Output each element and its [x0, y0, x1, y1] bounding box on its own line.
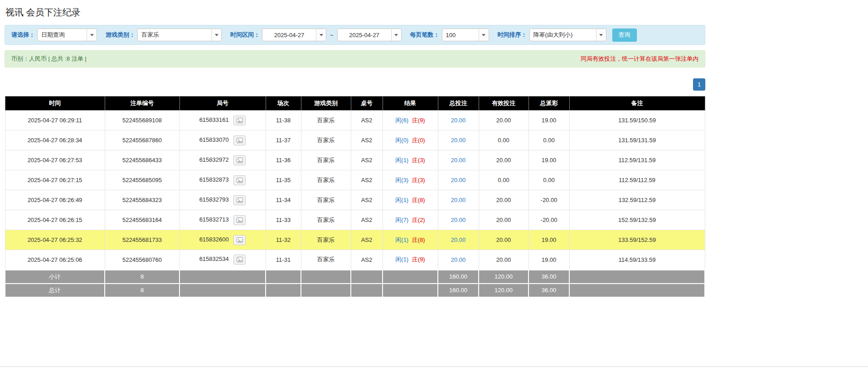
chevron-down-icon[interactable]	[391, 29, 401, 41]
chevron-down-icon[interactable]	[596, 29, 606, 41]
cell-round-id: 615832873	[179, 170, 266, 190]
card-image-button[interactable]	[233, 235, 246, 245]
cell-bet-id: 522455689108	[105, 111, 179, 130]
col-header-game-type: 游戏类别	[301, 96, 351, 111]
total-bet-link[interactable]: 20.00	[451, 217, 466, 223]
image-icon	[237, 198, 243, 203]
card-image-button[interactable]	[233, 135, 246, 145]
total-bet-link[interactable]: 20.00	[451, 236, 466, 243]
cell-valid-bet: 20.00	[479, 250, 529, 270]
card-image-button[interactable]	[233, 175, 246, 185]
cell-valid-bet: 0.00	[479, 130, 529, 150]
result-banker: 庄(2)	[412, 217, 425, 223]
total-bet-link[interactable]: 20.00	[451, 137, 466, 144]
total-bet-link[interactable]: 20.00	[451, 157, 466, 164]
subtotal-total-bet: 160.00	[438, 270, 479, 284]
date-to-select[interactable]: 2025-04-27	[337, 29, 402, 41]
subtotal-empty-cell	[301, 270, 351, 284]
cell-game-type: 百家乐	[301, 190, 351, 210]
subtotal-empty-cell	[351, 270, 383, 284]
page-size-select[interactable]: 100	[442, 29, 489, 41]
cell-valid-bet: 20.00	[479, 230, 529, 250]
cell-table: AS2	[351, 170, 383, 190]
cell-time: 2025-04-27 06:29:11	[5, 111, 105, 130]
cell-time: 2025-04-27 06:25:32	[5, 230, 105, 250]
round-id-text: 615832600	[199, 236, 229, 243]
cell-result: 闲(6) 庄(9)	[383, 111, 438, 130]
cell-session: 11-35	[266, 170, 301, 190]
game-type-value: 百家乐	[138, 29, 211, 41]
summary-bar: 币别：人民币 | 总共 :8 注单 | 同局有效投注，统一计算在该局第一张注单内	[5, 50, 705, 67]
date-from-select[interactable]: 2025-04-27	[262, 29, 326, 41]
cell-table: AS2	[351, 250, 383, 270]
subtotal-valid-bet: 120.00	[479, 270, 529, 284]
cell-result: 闲(0) 庄(0)	[383, 130, 438, 150]
total-bet-link[interactable]: 20.00	[451, 256, 466, 263]
total-bet-link[interactable]: 20.00	[451, 117, 466, 124]
total-bet-link[interactable]: 20.00	[451, 177, 466, 183]
total-payout: 36.00	[529, 284, 569, 297]
cell-total-bet: 20.00	[438, 150, 479, 170]
result-player: 闲(1)	[395, 197, 408, 203]
cell-total-bet: 20.00	[438, 250, 479, 270]
round-id-text: 615833070	[199, 136, 229, 143]
cell-round-id: 615832600	[179, 230, 266, 250]
bet-records-table: 时间 注单编号 局号 场次 游戏类别 桌号 结果 总投注 有效投注 总派彩 备注…	[5, 96, 705, 298]
caret-icon	[394, 34, 398, 36]
cell-payout: -20.00	[529, 190, 569, 210]
cell-session: 11-31	[266, 250, 301, 270]
result-banker: 庄(3)	[412, 157, 425, 164]
cell-bet-id: 522455681733	[105, 230, 179, 250]
chevron-down-icon[interactable]	[211, 29, 221, 41]
total-bet-link[interactable]: 20.00	[451, 197, 466, 203]
game-type-select[interactable]: 百家乐	[137, 29, 222, 41]
summary-currency-count: 币别：人民币 | 总共 :8 注单 |	[11, 55, 87, 63]
chevron-down-icon[interactable]	[479, 29, 489, 41]
cell-total-bet: 20.00	[438, 170, 479, 190]
page-size-value: 100	[442, 29, 479, 41]
summary-notice: 同局有效投注，统一计算在该局第一张注单内	[581, 55, 698, 63]
card-image-button[interactable]	[233, 155, 246, 165]
cell-total-bet: 20.00	[438, 230, 479, 250]
cell-table: AS2	[351, 210, 383, 230]
cell-note: 132.59/112.59	[569, 190, 705, 210]
col-header-total-bet: 总投注	[438, 96, 479, 111]
table-row: 2025-04-27 06:27:53 522455686433 6158329…	[5, 150, 705, 170]
cell-time: 2025-04-27 06:28:34	[5, 130, 105, 150]
result-banker: 庄(3)	[412, 177, 425, 183]
table-row: 2025-04-27 06:25:32 522455681733 6158326…	[5, 230, 705, 250]
date-from-value: 2025-04-27	[262, 29, 316, 41]
col-header-payout: 总派彩	[529, 96, 569, 111]
chevron-down-icon[interactable]	[87, 29, 97, 41]
cell-result: 闲(1) 庄(8)	[383, 230, 438, 250]
cell-payout: 19.00	[529, 150, 569, 170]
filter-select-label: 请选择：	[11, 31, 35, 39]
cell-table: AS2	[351, 130, 383, 150]
table-row: 2025-04-27 06:26:15 522455683164 6158327…	[5, 210, 705, 230]
card-image-button[interactable]	[233, 255, 246, 265]
subtotal-count: 8	[105, 270, 179, 284]
card-image-button[interactable]	[233, 195, 246, 205]
card-image-button[interactable]	[233, 116, 246, 125]
chevron-down-icon[interactable]	[316, 29, 326, 41]
time-sort-select[interactable]: 降幂(由大到小)	[529, 29, 606, 41]
result-player: 闲(3)	[395, 177, 408, 183]
image-icon	[237, 257, 243, 262]
total-empty-cell	[179, 284, 266, 297]
page-title: 视讯 会员下注纪录	[5, 6, 705, 19]
subtotal-row: 小计 8 160.00 120.00 36.00	[5, 270, 705, 284]
card-image-button[interactable]	[233, 215, 246, 225]
cell-bet-id: 522455680760	[105, 250, 179, 270]
cell-session: 11-34	[266, 190, 301, 210]
cell-result: 闲(7) 庄(2)	[383, 210, 438, 230]
image-icon	[237, 158, 243, 163]
round-id-text: 615832793	[199, 196, 229, 203]
result-banker: 庄(9)	[412, 117, 425, 124]
query-type-select[interactable]: 日期查询	[37, 29, 97, 41]
cell-round-id: 615832793	[179, 190, 266, 210]
search-button[interactable]: 查询	[612, 29, 637, 42]
col-header-result: 结果	[383, 96, 438, 111]
col-header-session: 场次	[266, 96, 301, 111]
cell-payout: 0.00	[529, 130, 569, 150]
pagination-page-1[interactable]: 1	[693, 78, 705, 91]
